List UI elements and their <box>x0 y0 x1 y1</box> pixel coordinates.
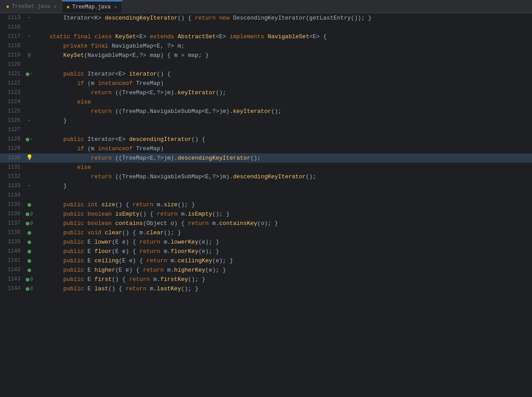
gutter-col: @ <box>23 219 36 228</box>
table-row: 1117▾ static final class KeySet<E> exten… <box>0 32 532 41</box>
table-row: 1140 public E floor(E e) { return m.floo… <box>0 247 532 256</box>
gutter-col <box>23 88 36 97</box>
line-content[interactable]: } <box>36 181 532 191</box>
fold-icon[interactable]: ▸ <box>28 13 30 23</box>
line-number: 1137 <box>0 219 23 228</box>
line-content[interactable]: if (m instanceof TreeMap) <box>36 144 532 153</box>
green-dot-icon <box>28 231 31 235</box>
line-content[interactable]: public void clear() { m.clear(); } <box>36 228 532 237</box>
file-icon-treemap: ◆ <box>67 4 70 10</box>
line-content[interactable]: public E last() { return m.lastKey(); } <box>36 284 532 293</box>
fold-icon[interactable]: ▸ <box>30 69 32 79</box>
line-content[interactable] <box>36 191 532 200</box>
gutter-col <box>23 144 36 153</box>
fold-icon[interactable]: ▸ <box>30 135 32 144</box>
at-icon: @ <box>30 219 33 228</box>
green-dot-icon <box>26 138 29 141</box>
line-content[interactable]: } <box>36 116 532 125</box>
line-content[interactable]: return ((TreeMap.NavigableSubMap<E,?>)m)… <box>36 107 532 116</box>
line-content[interactable]: else <box>36 97 532 107</box>
fold-icon[interactable]: ▸ <box>28 116 30 125</box>
line-content[interactable]: public int size() { return m.size(); } <box>36 200 532 209</box>
gutter-col: ▸ <box>23 181 36 191</box>
gutter-col: ▾ <box>23 32 36 41</box>
gutter-col <box>23 237 36 247</box>
line-content[interactable]: public Iterator<E> descendingIterator() … <box>36 135 532 144</box>
line-content[interactable]: public E floor(E e) { return m.floorKey(… <box>36 247 532 256</box>
line-content[interactable] <box>36 125 532 135</box>
table-row: 1113▸ Iterator<K> descendingKeyIterator(… <box>0 13 532 23</box>
code-scroll-area[interactable]: 1113▸ Iterator<K> descendingKeyIterator(… <box>0 13 532 397</box>
gutter-col <box>23 256 36 265</box>
gutter-col <box>23 41 36 51</box>
gutter-col <box>23 163 36 172</box>
line-content[interactable]: public boolean contains(Object o) { retu… <box>36 219 532 228</box>
line-content[interactable]: Iterator<K> descendingKeyIterator() { re… <box>36 13 532 23</box>
green-dot-icon <box>26 278 29 281</box>
gutter-col <box>23 79 36 88</box>
gutter-col <box>23 200 36 209</box>
green-dot-icon <box>26 222 29 225</box>
line-content[interactable]: if (m instanceof TreeMap) <box>36 79 532 88</box>
line-number: 1134 <box>0 191 23 200</box>
gutter-col <box>23 107 36 116</box>
line-content[interactable]: else <box>36 163 532 172</box>
line-number: 1143 <box>0 275 23 284</box>
line-content[interactable]: public E lower(E e) { return m.lowerKey(… <box>36 237 532 247</box>
line-number: 1119 <box>0 51 23 60</box>
green-dot-icon <box>28 269 31 272</box>
line-number: 1131 <box>0 163 23 172</box>
line-number: 1142 <box>0 265 23 275</box>
table-row: 1132 return ((TreeMap.NavigableSubMap<E,… <box>0 172 532 181</box>
table-row: 1144@ public E last() { return m.lastKey… <box>0 284 532 293</box>
line-number: 1121 <box>0 69 23 79</box>
editor-area: 1113▸ Iterator<K> descendingKeyIterator(… <box>0 13 532 397</box>
gutter-col <box>23 23 36 32</box>
line-number: 1123 <box>0 88 23 97</box>
line-content[interactable]: private final NavigableMap<E, ?> m; <box>36 41 532 51</box>
table-row: 1131 else <box>0 163 532 172</box>
gutter-col: ▸ <box>23 116 36 125</box>
fold-icon[interactable]: ▾ <box>28 32 30 41</box>
line-content[interactable]: static final class KeySet<E> extends Abs… <box>36 32 532 41</box>
green-dot-icon <box>28 259 31 263</box>
table-row: 1118 private final NavigableMap<E, ?> m; <box>0 41 532 51</box>
tab-bar: ◆ TreeSet.java ✕ ◆ TreeMap.java ✕ <box>0 0 532 13</box>
tab-treeset[interactable]: ◆ TreeSet.java ✕ <box>2 0 62 13</box>
at-icon: @ <box>28 51 31 60</box>
gutter-col: @ <box>23 275 36 284</box>
table-row: 1133▸ } <box>0 181 532 191</box>
table-row: 1129 if (m instanceof TreeMap) <box>0 144 532 153</box>
line-content[interactable]: public E first() { return m.firstKey(); … <box>36 275 532 284</box>
line-content[interactable]: KeySet(NavigableMap<E,?> map) { m = map;… <box>36 51 532 60</box>
line-content[interactable]: return ((TreeMap<E,?>)m).keyIterator(); <box>36 88 532 97</box>
line-number: 1144 <box>0 284 23 293</box>
line-number: 1138 <box>0 228 23 237</box>
tab-close-treeset[interactable]: ✕ <box>53 4 57 10</box>
gutter-col: ▸ <box>23 69 36 79</box>
line-content[interactable]: public Iterator<E> iterator() { <box>36 69 532 79</box>
line-content[interactable]: public E higher(E e) { return m.higherKe… <box>36 265 532 275</box>
green-dot-icon <box>28 203 31 207</box>
tab-treemap[interactable]: ◆ TreeMap.java ✕ <box>62 0 123 13</box>
line-number: 1133 <box>0 181 23 191</box>
gutter-col: 💡 <box>23 153 36 163</box>
tab-close-treemap[interactable]: ✕ <box>113 4 118 10</box>
line-content[interactable]: public boolean isEmpty() { return m.isEm… <box>36 209 532 219</box>
gutter-col: @ <box>23 51 36 60</box>
table-row: 1141 public E ceiling(E e) { return m.ce… <box>0 256 532 265</box>
table-row: 1127 <box>0 125 532 135</box>
bulb-icon[interactable]: 💡 <box>26 153 33 163</box>
line-content[interactable]: return ((TreeMap.NavigableSubMap<E,?>)m)… <box>36 172 532 181</box>
fold-icon[interactable]: ▸ <box>28 181 30 191</box>
line-content[interactable]: public E ceiling(E e) { return m.ceiling… <box>36 256 532 265</box>
line-number: 1139 <box>0 237 23 247</box>
green-dot-icon <box>26 72 29 76</box>
line-content[interactable] <box>36 60 532 69</box>
line-content[interactable] <box>36 23 532 32</box>
line-content[interactable]: return ((TreeMap<E,?>)m).descendingKeyIt… <box>36 153 532 163</box>
line-number: 1140 <box>0 247 23 256</box>
line-number: 1127 <box>0 125 23 135</box>
table-row: 1120 <box>0 60 532 69</box>
line-number: 1128 <box>0 135 23 144</box>
